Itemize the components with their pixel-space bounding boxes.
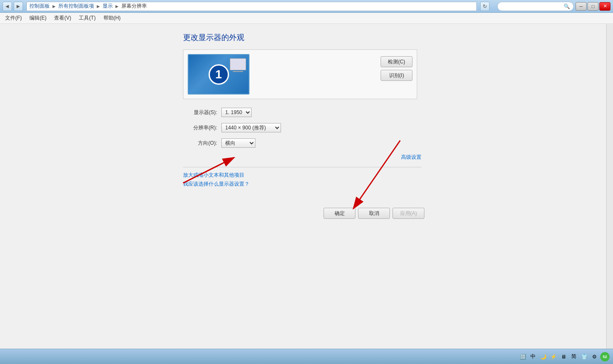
tray-icon-1[interactable]: 🔠 [518, 353, 527, 361]
search-bar: 🔍 [497, 2, 574, 11]
resolution-label: 分辨率(R): [183, 124, 217, 132]
helper-links: 放大或缩小文本和其他项目 我应该选择什么显示器设置？ [183, 172, 421, 188]
breadcrumb-item-3[interactable]: 显示 [103, 3, 113, 10]
breadcrumb-item-2[interactable]: 所有控制面板项 [58, 3, 94, 10]
titlebar: ◀ ▶ 控制面板 ► 所有控制面板项 ► 显示 ► 屏幕分辨率 ↻ 🔍 ─ □ … [0, 0, 613, 13]
taskbar: 🔠 中 🌙 ⚡ 🖥 简 👕 ⚙ 52 [0, 349, 613, 364]
resolution-row: 分辨率(R): 1440 × 900 (推荐) [183, 123, 421, 132]
cancel-button[interactable]: 取消 [358, 208, 390, 219]
monitor-box: 1 检测(C) 识别(I) [183, 49, 417, 99]
orientation-row: 方向(O): 横向 纵向 横向(翻转) 纵向(翻转) [183, 138, 421, 148]
orientation-label: 方向(O): [183, 140, 217, 147]
advanced-settings-link[interactable]: 高级设置 [401, 154, 421, 160]
search-input[interactable] [501, 4, 564, 9]
resolution-select[interactable]: 1440 × 900 (推荐) [221, 123, 281, 132]
tray-icon-7[interactable]: 👕 [580, 353, 588, 361]
close-button[interactable]: ✕ [599, 2, 610, 11]
breadcrumb-arrow-3: ► [115, 3, 120, 9]
systray: 🔠 中 🌙 ⚡ 🖥 简 👕 ⚙ 52 [518, 352, 610, 361]
ok-button[interactable]: 确定 [324, 208, 355, 219]
display-label: 显示器(S): [183, 109, 217, 116]
identify-button[interactable]: 识别(I) [381, 70, 412, 81]
back-button[interactable]: ◀ [3, 2, 12, 11]
refresh-button[interactable]: ↻ [480, 2, 490, 11]
monitor-number: 1 [209, 64, 229, 85]
display-select[interactable]: 1. 1950 [221, 108, 252, 117]
breadcrumb-item-1[interactable]: 控制面板 [29, 3, 50, 10]
advanced-link-area: 高级设置 [183, 154, 421, 161]
main-content: 更改显示器的外观 1 检测(C) 识别(I) 显示器(S): 1. 1950 分… [0, 24, 613, 188]
monitor-preview: 1 [188, 54, 249, 95]
divider [183, 167, 421, 167]
apply-button[interactable]: 应用(A) [392, 208, 424, 219]
bottom-buttons-area: 确定 取消 应用(A) [324, 208, 424, 219]
monitor-icon-small [230, 58, 246, 70]
menubar: 文件(F) 编辑(E) 查看(V) 工具(T) 帮助(H) [0, 13, 613, 24]
settings-area: 显示器(S): 1. 1950 分辨率(R): 1440 × 900 (推荐) … [183, 108, 421, 188]
tray-icon-3[interactable]: 🌙 [539, 353, 547, 361]
window-controls: ─ □ ✕ [576, 2, 610, 11]
tray-icon-4[interactable]: ⚡ [549, 353, 558, 361]
menu-tools[interactable]: 工具(T) [75, 13, 99, 23]
breadcrumb-arrow-1: ► [52, 3, 57, 9]
titlebar-left: ◀ ▶ 控制面板 ► 所有控制面板项 ► 显示 ► 屏幕分辨率 ↻ 🔍 [3, 2, 576, 11]
detect-button[interactable]: 检测(C) [381, 56, 412, 67]
tray-icon-2[interactable]: 中 [529, 353, 537, 361]
tray-icon-6[interactable]: 简 [570, 353, 578, 361]
menu-edit[interactable]: 编辑(E) [26, 13, 50, 23]
display-settings-link[interactable]: 我应该选择什么显示器设置？ [183, 181, 421, 188]
page-title: 更改显示器的外观 [183, 32, 613, 43]
maximize-button[interactable]: □ [587, 2, 599, 11]
minimize-button[interactable]: ─ [576, 2, 587, 11]
menu-view[interactable]: 查看(V) [51, 13, 74, 23]
forward-button[interactable]: ▶ [14, 2, 23, 11]
breadcrumb-item-4: 屏幕分辨率 [121, 3, 147, 10]
tray-badge[interactable]: 52 [600, 352, 610, 361]
tray-icon-8[interactable]: ⚙ [590, 353, 599, 361]
breadcrumb: 控制面板 ► 所有控制面板项 ► 显示 ► 屏幕分辨率 [26, 2, 477, 11]
text-size-link[interactable]: 放大或缩小文本和其他项目 [183, 172, 421, 179]
menu-help[interactable]: 帮助(H) [100, 13, 124, 23]
tray-icon-5[interactable]: 🖥 [559, 353, 568, 361]
menu-file[interactable]: 文件(F) [2, 13, 25, 23]
search-icon: 🔍 [564, 3, 570, 9]
breadcrumb-arrow-2: ► [96, 3, 101, 9]
orientation-select[interactable]: 横向 纵向 横向(翻转) 纵向(翻转) [221, 138, 255, 148]
right-scrollbar[interactable] [606, 24, 613, 349]
display-row: 显示器(S): 1. 1950 [183, 108, 421, 117]
monitor-buttons: 检测(C) 识别(I) [381, 54, 412, 81]
